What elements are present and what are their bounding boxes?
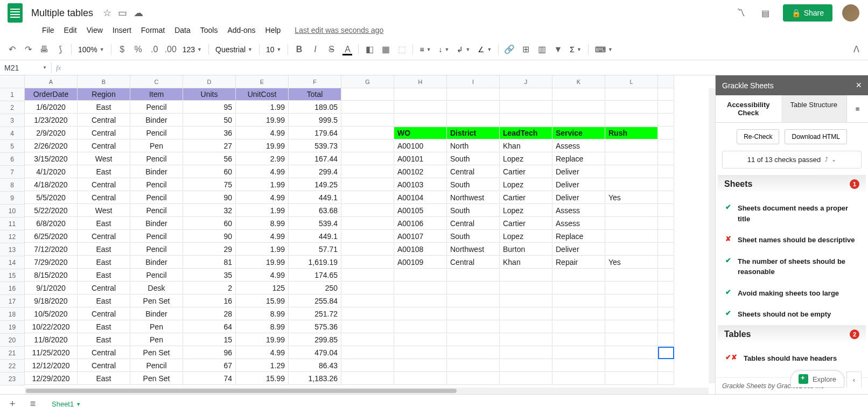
redo-button[interactable]: ↷ — [20, 42, 36, 57]
cell[interactable] — [341, 179, 394, 191]
cell[interactable]: Pencil — [130, 127, 183, 139]
cell[interactable]: Lopez — [500, 153, 552, 165]
share-icon[interactable]: ⤴ — [825, 156, 828, 163]
row-header[interactable]: 19 — [0, 321, 25, 334]
recheck-button[interactable]: Re-Check — [737, 129, 779, 144]
checks-status[interactable]: 11 of 13 checks passed ⤴ ⌄ — [722, 151, 862, 169]
filter-button[interactable]: ▼ — [550, 42, 565, 57]
check-item[interactable]: ✔Sheets document needs a proper title — [718, 198, 866, 229]
cell[interactable]: 449.1 — [289, 192, 341, 204]
cell[interactable]: Lopez — [500, 205, 552, 217]
cell[interactable]: A00104 — [394, 192, 447, 204]
chart-button[interactable]: ▥ — [534, 42, 549, 57]
cell[interactable]: Yes — [605, 192, 658, 204]
cell[interactable]: Cartier — [500, 166, 552, 178]
cell[interactable]: 4.99 — [236, 347, 289, 359]
cell[interactable] — [394, 321, 447, 333]
cell[interactable] — [605, 114, 658, 127]
cell[interactable]: 5/22/2020 — [25, 205, 78, 217]
cell[interactable]: 74 — [183, 373, 236, 385]
cell[interactable]: 4.99 — [236, 127, 289, 139]
cell[interactable] — [500, 282, 552, 294]
cell[interactable] — [341, 101, 394, 114]
cell[interactable]: Pencil — [130, 360, 183, 372]
cell[interactable]: 64 — [183, 321, 236, 333]
column-header[interactable]: G — [341, 75, 394, 88]
section-sheets[interactable]: Sheets 1 — [718, 175, 866, 193]
cell[interactable] — [605, 334, 658, 346]
cell[interactable]: Binder — [130, 217, 183, 230]
cell[interactable]: 36 — [183, 127, 236, 139]
cell[interactable]: A00107 — [394, 230, 447, 243]
cell[interactable] — [341, 127, 394, 139]
cell[interactable] — [658, 295, 674, 307]
cell[interactable]: Pencil — [130, 179, 183, 191]
section-tables[interactable]: Tables 2 — [718, 325, 866, 343]
row-header[interactable]: 12 — [0, 230, 25, 243]
cell[interactable]: Khan — [500, 256, 552, 269]
cell[interactable] — [552, 334, 605, 346]
cell[interactable]: East — [78, 334, 130, 346]
cell[interactable]: Pencil — [130, 269, 183, 282]
cell[interactable] — [605, 205, 658, 217]
cell[interactable]: Region — [78, 88, 130, 101]
bold-button[interactable]: B — [291, 42, 306, 57]
row-header[interactable]: 4 — [0, 127, 25, 140]
cell[interactable]: 3/15/2020 — [25, 153, 78, 165]
cell[interactable]: OrderDate — [25, 88, 78, 101]
spreadsheet-grid[interactable]: ABCDEFGHIJKL1OrderDateRegionItemUnitsUni… — [0, 75, 715, 385]
row-header[interactable]: 20 — [0, 334, 25, 347]
cell[interactable]: Central — [78, 140, 130, 152]
cell[interactable]: 16 — [183, 295, 236, 307]
cell[interactable] — [500, 334, 552, 346]
close-icon[interactable]: × — [856, 80, 862, 91]
cell[interactable]: Northwest — [447, 243, 500, 256]
cell[interactable] — [605, 295, 658, 307]
zoom-dropdown[interactable]: 100%▼ — [75, 45, 108, 54]
column-header[interactable]: H — [394, 75, 447, 88]
cell[interactable]: 15 — [183, 334, 236, 346]
number-format-dropdown[interactable]: 123▼ — [179, 45, 205, 54]
cell[interactable]: A00102 — [394, 166, 447, 178]
cell[interactable] — [341, 373, 394, 385]
cell[interactable]: Cartier — [500, 192, 552, 204]
cell[interactable]: A00101 — [394, 153, 447, 165]
cell[interactable]: 1/23/2020 — [25, 114, 78, 127]
cell[interactable] — [341, 334, 394, 346]
cell[interactable]: Central — [447, 166, 500, 178]
cell[interactable]: 4/1/2020 — [25, 166, 78, 178]
cell[interactable]: Central — [447, 256, 500, 269]
cell[interactable]: West — [78, 153, 130, 165]
cell[interactable] — [605, 166, 658, 178]
cell[interactable]: North — [447, 140, 500, 152]
column-header[interactable]: A — [25, 75, 78, 88]
cell[interactable]: 63.68 — [289, 205, 341, 217]
column-header[interactable]: J — [500, 75, 552, 88]
increase-decimal-button[interactable]: .00 — [163, 42, 178, 57]
cell[interactable]: 2/9/2020 — [25, 127, 78, 139]
cell[interactable] — [394, 295, 447, 307]
cell[interactable]: 1.99 — [236, 243, 289, 256]
cell[interactable]: Pencil — [130, 192, 183, 204]
cell[interactable] — [341, 192, 394, 204]
cell[interactable]: Pencil — [130, 243, 183, 256]
h-align-dropdown[interactable]: ≡▼ — [416, 45, 434, 54]
cell[interactable] — [605, 101, 658, 114]
cell[interactable] — [552, 308, 605, 320]
sidebar-menu-icon[interactable]: ≡ — [846, 95, 868, 122]
cell[interactable]: 539.73 — [289, 140, 341, 152]
cell[interactable] — [341, 243, 394, 256]
cell[interactable] — [552, 373, 605, 385]
cell[interactable]: 1/6/2020 — [25, 101, 78, 114]
cell[interactable] — [500, 269, 552, 282]
cell[interactable]: 1.99 — [236, 101, 289, 114]
cell[interactable] — [447, 321, 500, 333]
cell[interactable]: 32 — [183, 205, 236, 217]
column-header[interactable] — [658, 75, 674, 88]
cell[interactable]: Deliver — [552, 166, 605, 178]
cell[interactable] — [658, 127, 674, 139]
row-header[interactable]: 14 — [0, 256, 25, 269]
cell[interactable]: A00109 — [394, 256, 447, 269]
cell[interactable]: 189.05 — [289, 101, 341, 114]
cell[interactable]: 15.99 — [236, 295, 289, 307]
